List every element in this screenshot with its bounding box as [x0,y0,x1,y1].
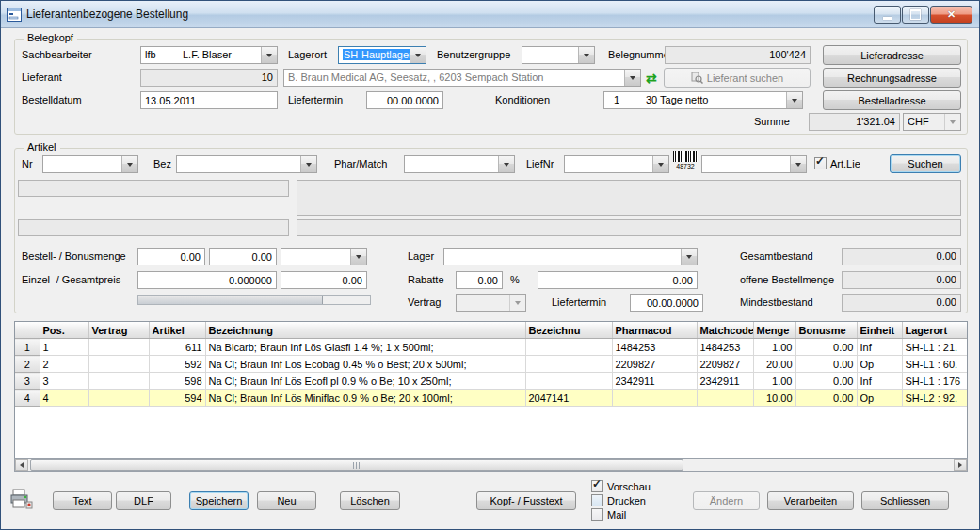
table-cell[interactable]: 2209827 [697,356,753,373]
rechnungsadresse-button[interactable]: Rechnungsadresse [823,68,961,88]
scrollbar-thumb[interactable] [138,296,323,304]
verarbeiten-button[interactable]: Verarbeiten [767,491,854,510]
table-cell[interactable]: 1.00 [753,373,795,390]
row-selector[interactable]: 4 [15,390,40,407]
table-cell[interactable] [525,356,612,373]
table-cell[interactable]: 1484253 [612,339,697,356]
bestelldatum-input[interactable] [140,91,278,109]
column-header[interactable]: Artikel [149,322,205,339]
table-cell[interactable]: 2342911 [697,373,753,390]
lieferadresse-button[interactable]: Lieferadresse [823,45,961,65]
horizontal-scrollbar[interactable] [14,458,968,472]
column-header[interactable]: Pharmacod [612,322,697,339]
table-cell[interactable] [88,356,149,373]
row-selector[interactable]: 2 [15,356,40,373]
column-header[interactable]: Bezeichnu [525,322,612,339]
dropdown-button[interactable] [300,156,316,172]
table-cell[interactable]: 1.00 [753,339,795,356]
table-cell[interactable]: 1484253 [697,339,753,356]
printer-button[interactable] [10,489,33,513]
dropdown-button[interactable] [786,92,802,108]
artikel-nr-combo[interactable] [42,155,138,173]
konditionen-combo[interactable]: 130 Tage netto [603,91,803,109]
loeschen-button[interactable]: Löschen [340,491,400,510]
dropdown-button[interactable] [498,156,514,172]
table-cell[interactable]: 598 [149,373,205,390]
liefnr-combo[interactable] [564,155,669,173]
table-cell[interactable]: 3 [40,373,88,390]
column-header[interactable]: Bonusme [795,322,857,339]
schliessen-button[interactable]: Schliessen [861,491,949,510]
table-cell[interactable]: 1 [40,339,88,356]
table-cell[interactable]: 20.00 [753,356,795,373]
table-cell[interactable]: SH-L1 : 60. [902,356,967,373]
column-header[interactable]: Vertrag [88,322,149,339]
table-cell[interactable]: 4 [40,390,88,407]
column-header[interactable]: Matchcode [697,322,753,339]
suchen-button[interactable]: Suchen [890,154,961,173]
scroll-right-button[interactable] [954,459,967,471]
table-cell[interactable]: 2342911 [612,373,697,390]
table-row[interactable]: 3 3 598 Na Cl; Braun Inf Lös Ecofl pl 0.… [15,373,967,390]
table-cell[interactable]: 2047141 [525,390,612,407]
table-cell[interactable]: 2209827 [612,356,697,373]
row-selector[interactable]: 1 [15,339,40,356]
column-header[interactable]: Einheit [857,322,902,339]
scrollbar-track[interactable] [28,459,954,471]
bonusmenge-input[interactable] [209,248,277,265]
phar-match-combo[interactable] [404,155,515,173]
table-cell[interactable] [697,390,753,407]
table-cell[interactable] [525,373,612,390]
menge-einheit-combo[interactable] [281,248,367,265]
dropdown-button[interactable] [410,47,426,63]
lagerort-combo[interactable]: SH-Hauptlager [338,46,426,64]
dropdown-button[interactable] [261,47,277,63]
drucken-checkbox[interactable] [591,494,603,506]
bestellmenge-input[interactable] [137,248,205,265]
column-header[interactable] [15,322,40,339]
table-cell[interactable] [525,339,612,356]
table-cell[interactable]: Na Cl; Braun Inf Lös Ecobag 0.45 % o Bes… [205,356,525,373]
table-cell[interactable]: Na Cl; Braun Inf Lös Miniflac 0.9 % o Be… [205,390,525,407]
dropdown-button[interactable] [790,156,806,172]
table-cell[interactable]: 0.00 [795,356,857,373]
table-row-selected[interactable]: 4 4 594 Na Cl; Braun Inf Lös Miniflac 0.… [15,390,967,407]
artikel-code-combo[interactable] [701,155,807,173]
dropdown-button[interactable] [624,70,640,86]
dropdown-button[interactable] [652,156,668,172]
liefertermin2-input[interactable] [630,294,703,312]
row-selector[interactable]: 3 [15,373,40,390]
dropdown-button[interactable] [121,156,137,172]
column-header[interactable]: Menge [753,322,795,339]
vorschau-checkbox[interactable]: ✓ [591,480,603,492]
sachbearbeiter-combo[interactable]: lfbL.F. Blaser [140,46,278,64]
gesamtpreis-input[interactable] [281,271,367,289]
table-cell[interactable]: Na Cl; Braun Inf Lös Ecofl pl 0.9 % o Be… [205,373,525,390]
mail-checkbox[interactable] [591,508,603,521]
text-button[interactable]: Text [53,491,112,510]
dlf-button[interactable]: DLF [116,491,171,510]
title-bar[interactable]: Lieferantenbezogene Bestellung [1,1,979,28]
lager-combo[interactable] [443,248,698,265]
table-cell[interactable] [88,373,149,390]
dropdown-button[interactable] [681,249,697,265]
table-cell[interactable]: Inf [857,339,902,356]
rabatt-betrag-input[interactable] [538,271,698,289]
dropdown-button[interactable] [350,249,366,265]
positions-grid[interactable]: Pos. Vertrag Artikel Bezeichnung Bezeich… [14,321,968,459]
table-cell[interactable]: Inf [857,373,902,390]
table-cell[interactable]: 0.00 [795,390,857,407]
table-cell[interactable]: SH-L1 : 21. [902,339,967,356]
benutzergruppe-combo[interactable] [522,46,595,64]
art-lie-checkbox[interactable]: ✓ [814,157,827,169]
maximize-button[interactable] [902,6,929,24]
rabatt-prozent-input[interactable] [456,271,503,289]
column-header[interactable]: Bezeichnung [205,322,525,339]
artikel-bez-combo[interactable] [176,155,317,173]
table-cell[interactable]: 0.00 [795,373,857,390]
table-cell[interactable] [88,339,149,356]
minimize-button[interactable] [874,6,901,24]
table-cell[interactable]: Op [857,390,902,407]
table-cell[interactable]: 10.00 [753,390,795,407]
einzelpreis-input[interactable] [137,271,277,289]
